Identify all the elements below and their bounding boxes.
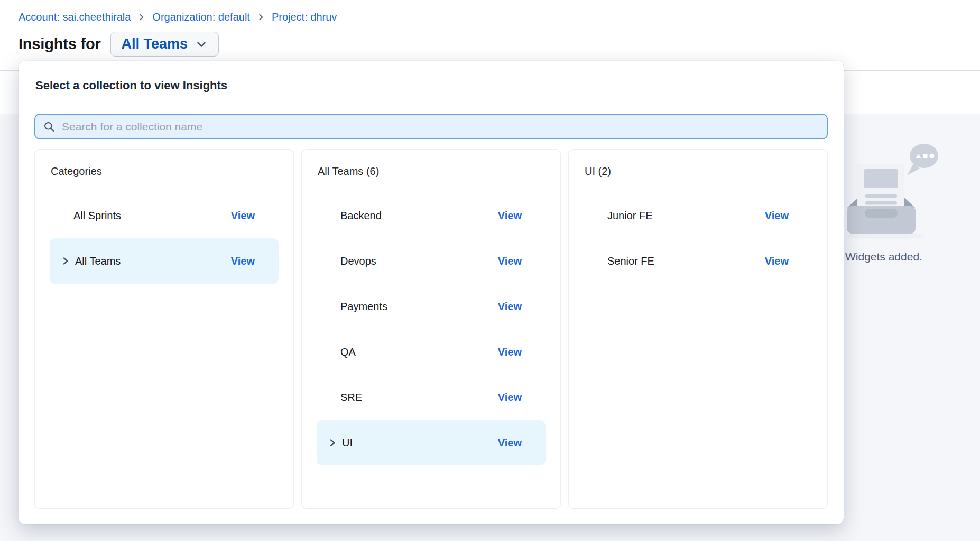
view-link[interactable]: View	[498, 346, 522, 358]
column-header: UI (2)	[585, 164, 812, 178]
column-categories: Categories All Sprints View All Teams Vi…	[34, 149, 294, 509]
view-link[interactable]: View	[498, 437, 522, 449]
column-header: Categories	[51, 164, 279, 178]
chevron-right-icon	[257, 13, 265, 21]
list-item-label: Senior FE	[607, 255, 654, 267]
view-link[interactable]: View	[498, 210, 522, 222]
collection-dropdown-label: All Teams	[122, 36, 188, 52]
view-link[interactable]: View	[498, 391, 522, 404]
breadcrumb-project-link[interactable]: Project: dhruv	[272, 11, 337, 23]
breadcrumb-organization-link[interactable]: Organization: default	[152, 11, 250, 23]
collection-columns: Categories All Sprints View All Teams Vi…	[34, 149, 828, 509]
modal-title: Select a collection to view Insights	[35, 79, 828, 92]
view-link[interactable]: View	[231, 210, 255, 222]
list-item-backend[interactable]: Backend View	[317, 193, 546, 238]
column-header: All Teams (6)	[318, 164, 546, 178]
column-all-teams: All Teams (6) Backend View Devops View P…	[301, 149, 561, 509]
list-item-junior-fe[interactable]: Junior FE View	[584, 193, 812, 238]
list-item-label: All Teams	[75, 255, 121, 267]
empty-state-text: Widgets added.	[845, 250, 922, 263]
list-item-label: SRE	[340, 391, 362, 404]
list-item-senior-fe[interactable]: Senior FE View	[584, 238, 812, 284]
list-item-qa[interactable]: QA View	[317, 329, 546, 375]
list-item-sre[interactable]: SRE View	[317, 375, 546, 420]
list-item-label: UI	[342, 437, 353, 449]
insights-header: Insights for All Teams	[19, 32, 219, 57]
chevron-right-icon	[137, 13, 145, 21]
list-item-all-teams[interactable]: All Teams View	[50, 238, 279, 284]
list-item-label: QA	[340, 346, 356, 358]
view-link[interactable]: View	[498, 301, 522, 313]
collection-dropdown-button[interactable]: All Teams	[110, 32, 219, 57]
search-input[interactable]	[62, 120, 819, 133]
list-item-all-sprints[interactable]: All Sprints View	[50, 193, 279, 238]
column-ui: UI (2) Junior FE View Senior FE View	[568, 149, 828, 509]
inbox-with-document-and-speech-bubble-icon	[847, 138, 943, 240]
list-item-label: Devops	[340, 255, 376, 267]
chevron-right-icon	[61, 257, 70, 265]
search-field[interactable]	[34, 114, 828, 139]
list-item-label: Payments	[340, 301, 387, 313]
list-item-label: Backend	[340, 210, 382, 222]
list-item-devops[interactable]: Devops View	[317, 238, 546, 284]
list-item-ui[interactable]: UI View	[317, 420, 546, 465]
breadcrumb-account-link[interactable]: Account: sai.cheethirala	[19, 11, 131, 23]
view-link[interactable]: View	[765, 210, 789, 222]
chevron-right-icon	[328, 439, 337, 447]
view-link[interactable]: View	[498, 255, 522, 267]
search-icon	[43, 121, 55, 133]
view-link[interactable]: View	[231, 255, 255, 267]
breadcrumb: Account: sai.cheethirala Organization: d…	[19, 11, 337, 23]
view-link[interactable]: View	[765, 255, 789, 267]
collection-picker-modal: Select a collection to view Insights Cat…	[19, 61, 844, 524]
list-item-label: All Sprints	[73, 210, 121, 222]
page-title: Insights for	[19, 35, 101, 53]
list-item-label: Junior FE	[607, 210, 653, 222]
list-item-payments[interactable]: Payments View	[317, 284, 546, 329]
chevron-down-icon	[195, 38, 208, 51]
